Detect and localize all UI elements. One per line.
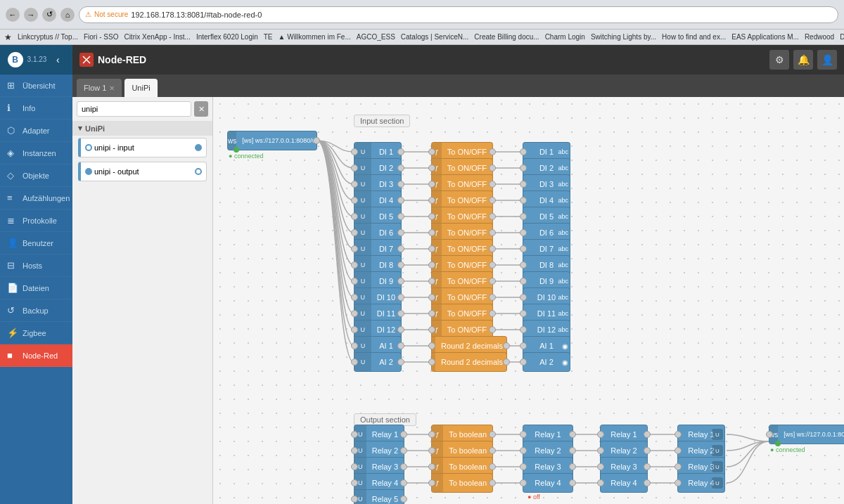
node-unipi-input-label: unipi - input [94,143,134,152]
back-btn[interactable]: ← [6,8,20,22]
sidebar-item-adapter[interactable]: ⬡ Adapter [0,119,72,142]
sidebar-item-info[interactable]: ℹ Info [0,97,72,119]
sidebar-item-protokolle[interactable]: ≣ Protokolle [0,209,72,232]
bookmark-howto[interactable]: How to find and ex... [662,33,726,41]
objekte-label: Objekte [23,172,49,180]
relay-4-status: ● off [528,493,540,500]
tab-flow1[interactable]: Flow 1 ✕ [77,79,122,97]
di-port-right-2 [397,164,404,172]
node-item-unipi-input[interactable]: unipi - input [78,138,207,157]
bookmark-catalogs[interactable]: Catalogs | ServiceN... [401,33,469,41]
sidebar-item-instanzen[interactable]: ◈ Instanzen [0,142,72,164]
home-btn[interactable]: ⌂ [60,8,75,22]
sidebar-item-aufzahlungen[interactable]: ≡ Aufzählungen [0,187,72,209]
sidebar-toggle-btn[interactable]: ‹ [51,53,65,67]
bookmark-eas[interactable]: EAS Applications M... [731,33,799,41]
di-out-port-left-4 [520,197,527,204]
bookmark-fiori[interactable]: Fiori - SSO [84,33,118,41]
reload-btn[interactable]: ↺ [42,8,56,22]
relay-in-label-1: Relay 1 [366,430,404,439]
top-bar: Node-RED ⚙ 🔔 👤 [72,45,844,75]
sidebar-item-objekte[interactable]: ◇ Objekte [0,164,72,187]
func-bool-label-3: To boolean [443,463,492,471]
node-category-unipi[interactable]: ▾ UniPi [72,121,212,136]
func-port-right-5 [489,213,496,220]
ws-input-node[interactable]: ws [ws] ws://127.0.0.1:8080/ws [227,131,317,150]
di-label-7: DI 7 [371,245,401,253]
sidebar-item-backup[interactable]: ↺ Backup [0,299,72,322]
zigbee-label: Zigbee [23,329,46,337]
notifications-btn[interactable]: 🔔 [793,50,813,70]
adapter-icon: ⬡ [7,125,18,136]
relay-unipi-port-left-4 [674,479,682,486]
sidebar-item-ubersicht[interactable]: ⊞ Übersicht [0,75,72,97]
bookmark-linkcryptus[interactable]: Linkcryptus // Top... [18,33,78,41]
main-content: Node-RED ⚙ 🔔 👤 Flow 1 ✕ UniPi [72,45,844,504]
di-out-port-left-10 [520,294,527,301]
di-out-icon-1: abc [558,148,568,155]
node-search-clear-btn[interactable]: ✕ [194,101,208,117]
sidebar-item-benutzer[interactable]: 👤 Benutzer [0,232,72,254]
relay-mid-port-right-3 [569,463,576,470]
di-out-icon-4: abc [558,197,568,204]
di-port-left-8 [351,261,358,269]
di-port-right-12 [397,326,404,333]
app-container: B 3.1.23 ‹ ⊞ Übersicht ℹ Info ⬡ Adapter … [0,45,844,504]
node-item-unipi-output[interactable]: unipi - output [78,162,207,181]
di-port-left-5 [351,213,358,220]
func-port-left-2 [428,164,435,172]
bookmark-billing[interactable]: Create Billing docu... [474,33,539,41]
di-port-left-10 [351,294,358,301]
sidebar-item-dateien[interactable]: 📄 Dateien [0,277,72,299]
tab-flow1-close[interactable]: ✕ [109,84,115,92]
address-text: 192.168.178.13:8081/#tab-node-red-0 [131,11,832,19]
address-bar[interactable]: ⚠ Not secure 192.168.178.13:8081/#tab-no… [79,6,838,23]
canvas[interactable]: ws [ws] ws://127.0.0.1:8080/ws ● connect… [213,97,844,504]
relay-in-label-3: Relay 3 [366,463,404,471]
func-port-right-3 [489,181,496,188]
tab-unipi[interactable]: UniPi [124,79,157,97]
relay-mid-4[interactable]: Relay 4 ● off [523,473,573,493]
func-port-left-3 [428,181,435,188]
di-label-11: DI 11 [371,309,401,318]
ai-out-2[interactable]: AI 2 ◉ [523,352,570,372]
di-port-left-6 [351,229,358,236]
di-port-right-8 [397,261,404,269]
di-out-port-left-2 [520,164,527,172]
di-port-right-3 [397,181,404,188]
node-search-input[interactable] [77,101,191,117]
relay-in-5[interactable]: U Relay 5 [354,489,404,504]
func-round-2[interactable]: ƒ Round 2 decimals [431,352,507,372]
app-title: Node-RED [98,54,146,65]
bookmark-citrix[interactable]: Citrix XenApp - Inst... [124,33,190,41]
input-port-icon2 [85,168,92,175]
ws-output-node[interactable]: ws [ws] ws://127.0.0.1:8080/ws ▶ [769,425,844,444]
di-label-12: DI 12 [371,325,401,334]
func-round-port-left-1 [428,342,435,349]
bookmark-charm[interactable]: Charm Login [545,33,585,41]
forward-btn[interactable]: → [24,8,38,22]
sidebar-item-hosts[interactable]: ⊟ Hosts [0,254,72,277]
sidebar-item-zigbee[interactable]: ⚡ Zigbee [0,322,72,344]
bookmark-redwood[interactable]: Redwood [805,33,834,41]
bookmark-agco[interactable]: AGCO_ESS [357,33,395,41]
bookmark-te[interactable]: TE [264,33,273,41]
func-port-left-8 [428,261,435,269]
relay-unipi-4[interactable]: Relay 4 U [677,473,725,493]
ai-input-2[interactable]: U AI 2 [354,352,402,372]
bookmark-determination[interactable]: Determination of El... [840,33,844,41]
relay-mid-port-right-4 [569,479,576,486]
user-btn[interactable]: 👤 [817,50,837,70]
ai-port-left-2 [351,358,358,366]
settings-btn[interactable]: ⚙ [769,50,789,70]
sidebar-item-nodered[interactable]: ■ Node-Red [0,344,72,367]
bookmark-interflex[interactable]: Interflex 6020 Login [196,33,258,41]
relay-out-4[interactable]: Relay 4 [600,473,648,493]
bookmark-switching[interactable]: Switching Lights by... [591,33,656,41]
di-label-9: DI 9 [371,277,401,285]
func-bool-4[interactable]: ƒ To boolean [431,473,493,493]
bookmark-willkommen[interactable]: ▲ Willkommen im Fe... [279,33,351,41]
tab-flow1-label: Flow 1 [84,84,106,92]
func-bool-label-1: To boolean [443,430,492,439]
ws-output-connected-text: ● connected [770,446,805,453]
